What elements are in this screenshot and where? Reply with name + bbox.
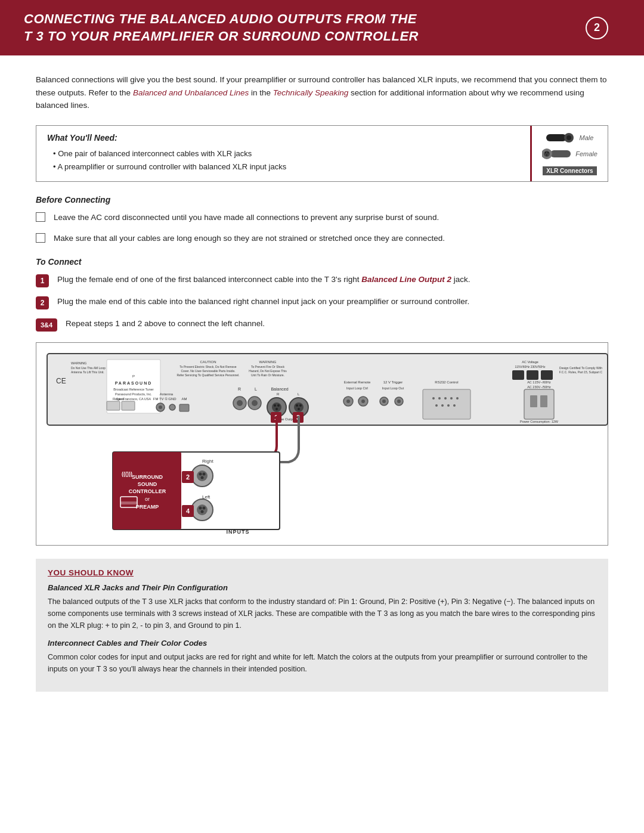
svg-point-55 [296, 404, 298, 407]
ysk-text-2: Common color codes for input and output … [48, 651, 596, 675]
svg-text:2: 2 [186, 473, 190, 481]
svg-text:External Remote: External Remote [344, 380, 371, 384]
ysk-subtitle-1: Balanced XLR Jacks and Their Pin Configu… [48, 583, 596, 592]
female-xlr-icon [542, 147, 571, 160]
need-item-1: One pair of balanced interconnect cables… [53, 147, 519, 160]
svg-rect-0 [546, 134, 566, 141]
svg-rect-37 [107, 401, 120, 410]
svg-text:Parasound Products, Inc.: Parasound Products, Inc. [115, 392, 152, 396]
svg-text:To Prevent Fire Or Shock: To Prevent Fire Or Shock [251, 365, 285, 368]
svg-text:R: R [238, 387, 241, 391]
svg-text:115V/60Hz  230V/50Hz: 115V/60Hz 230V/50Hz [515, 365, 546, 368]
svg-point-49 [272, 402, 281, 412]
svg-text:Hazard, Do Not Expose This: Hazard, Do Not Expose This [249, 369, 287, 373]
svg-text:Right: Right [202, 459, 213, 464]
checkbox-item-2: Make sure that all your cables are long … [36, 233, 608, 245]
svg-text:F.C.C. Rules, Part 15, Subpart: F.C.C. Rules, Part 15, Subpart C [559, 370, 603, 374]
need-box-items: One pair of balanced interconnect cables… [47, 147, 519, 174]
svg-rect-90 [541, 370, 553, 380]
svg-text:INPUTS: INPUTS [226, 529, 249, 535]
intro-paragraph: Balanced connections will give you the b… [36, 73, 608, 112]
svg-point-82 [435, 404, 438, 407]
checkbox-text-2: Make sure that all your cables are long … [54, 233, 445, 245]
svg-point-81 [456, 397, 459, 400]
svg-point-84 [447, 404, 450, 407]
ysk-subtitle-2: Interconnect Cables and Their Color Code… [48, 639, 596, 648]
step-text-34: Repeat steps 1 and 2 above to connect th… [66, 318, 265, 330]
svg-point-50 [274, 404, 276, 407]
svg-point-8 [546, 154, 547, 156]
svg-point-33 [159, 405, 162, 409]
diagram-svg: CE WARNING Do Not Use This AM Loop Anten… [41, 348, 614, 538]
svg-point-74 [397, 400, 401, 403]
checkbox-2[interactable] [36, 233, 45, 243]
svg-point-121 [203, 506, 206, 509]
male-label: Male [580, 134, 594, 141]
need-box-right: Male Female XLR Connectors [530, 126, 608, 181]
svg-point-57 [298, 408, 300, 410]
svg-point-68 [361, 400, 365, 403]
svg-text:Unit To Rain Or Moisture.: Unit To Rain Or Moisture. [251, 373, 284, 377]
page-number-badge: 2 [586, 17, 608, 39]
svg-point-51 [277, 404, 280, 407]
male-xlr-icon [546, 132, 575, 144]
step-item-2: 2 Plug the male end of this cable into t… [36, 296, 608, 309]
svg-text:WARNING: WARNING [71, 361, 86, 365]
svg-point-79 [444, 397, 447, 400]
svg-rect-35 [179, 404, 189, 411]
svg-rect-38 [122, 401, 135, 410]
checkbox-item-1: Leave the AC cord disconnected until you… [36, 212, 608, 224]
what-you-need-box: What You'll Need: One pair of balanced i… [36, 125, 608, 182]
svg-point-80 [450, 397, 453, 400]
svg-text:P: P [132, 374, 135, 378]
svg-text:Antenna: Antenna [160, 392, 174, 396]
step-item-1: 1 Plug the female end of one of the firs… [36, 274, 608, 287]
svg-rect-93 [540, 395, 547, 407]
need-box-left: What You'll Need: One pair of balanced i… [36, 126, 530, 181]
svg-rect-88 [512, 370, 524, 380]
svg-text:R: R [277, 392, 280, 396]
svg-rect-92 [530, 395, 537, 407]
svg-text:4: 4 [186, 507, 190, 515]
svg-text:FM TV ①: FM TV ① [153, 397, 168, 401]
svg-text:GND: GND [168, 397, 177, 401]
svg-text:or: or [145, 496, 150, 502]
svg-rect-89 [527, 370, 538, 380]
female-label: Female [575, 150, 597, 157]
svg-text:Power Consumption: 12W: Power Consumption: 12W [520, 420, 559, 423]
svg-text:SOUND: SOUND [138, 481, 157, 487]
svg-text:AC 230V~/50Hz: AC 230V~/50Hz [527, 385, 551, 389]
svg-text:Cover. No User-Serviceable Par: Cover. No User-Serviceable Parts Inside. [181, 369, 235, 373]
svg-text:CONTROLLER: CONTROLLER [129, 488, 166, 494]
svg-point-83 [441, 404, 444, 407]
svg-point-2 [566, 135, 571, 140]
connection-diagram: CE WARNING Do Not Use This AM Loop Anten… [36, 342, 608, 546]
svg-point-77 [432, 397, 435, 400]
checkbox-1[interactable] [36, 212, 45, 222]
step-badge-1: 1 [36, 274, 49, 287]
svg-point-111 [197, 470, 208, 481]
svg-point-52 [275, 408, 278, 410]
svg-text:Design Certified To Comply Wit: Design Certified To Comply With [559, 366, 602, 370]
intro-link1: Balanced and Unbalanced Lines [133, 88, 249, 97]
xlr-connector-label: XLR Connectors [543, 166, 596, 175]
svg-rect-3 [550, 150, 571, 157]
svg-point-42 [237, 400, 243, 406]
intro-link2: Technically Speaking [273, 88, 348, 97]
svg-point-122 [201, 510, 204, 513]
step-badge-2: 2 [36, 296, 49, 309]
main-content: Balanced connections will give you the b… [0, 55, 644, 710]
svg-point-34 [169, 404, 175, 410]
male-connector: Male [546, 132, 594, 144]
svg-point-112 [199, 472, 202, 475]
ysk-text-1: The balanced outputs of the T 3 use XLR … [48, 596, 596, 631]
checkbox-text-1: Leave the AC cord disconnected until you… [54, 212, 439, 224]
svg-point-44 [252, 400, 258, 406]
svg-text:Input  Loop Out: Input Loop Out [382, 386, 404, 390]
need-box-title: What You'll Need: [47, 133, 519, 143]
svg-point-72 [382, 400, 386, 403]
svg-text:PARASOUND: PARASOUND [115, 381, 153, 385]
svg-text:CE: CE [56, 377, 66, 385]
step-text-2: Plug the male end of this cable into the… [57, 296, 469, 308]
svg-point-119 [197, 504, 208, 515]
